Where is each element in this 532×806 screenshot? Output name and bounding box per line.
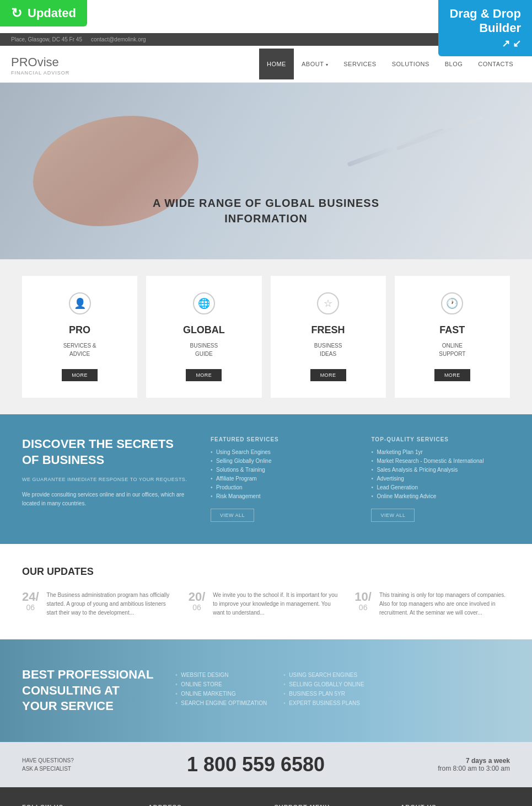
consulting-title: BEST PROFESSIONALCONSULTING ATYOUR SERVI… bbox=[22, 667, 153, 714]
card-global-btn[interactable]: MORE bbox=[186, 369, 222, 381]
update-item-2: 20/ 06 We invite you to the school if. I… bbox=[189, 591, 344, 617]
updated-badge: ↻ Updated bbox=[0, 0, 87, 26]
blue-section: DISCOVER THE SECRETS OF BUSINESS WE GUAR… bbox=[0, 414, 532, 544]
card-pro-title: PRO bbox=[69, 324, 90, 336]
updates-section: OUR UPDATES 24/ 06 The Business administ… bbox=[0, 544, 532, 639]
update-month-3: 06 bbox=[359, 603, 368, 612]
nav-item-services[interactable]: SERVICES bbox=[336, 49, 384, 79]
card-global: 🌐 GLOBAL BUSINESSGUIDE MORE bbox=[146, 276, 261, 398]
update-month-2: 06 bbox=[192, 603, 201, 612]
dnd-arrows: ↗ ↙ bbox=[449, 38, 521, 50]
footer-about: ABOUT US Customer focus Performance Miss… bbox=[400, 804, 510, 806]
update-date-2: 20/ 06 bbox=[189, 591, 206, 617]
card-fresh-icon: ☆ bbox=[317, 292, 339, 314]
update-date-1: 24/ 06 bbox=[22, 591, 39, 617]
card-pro-btn[interactable]: MORE bbox=[62, 369, 98, 381]
card-fast-icon: 🕐 bbox=[441, 292, 463, 314]
blue-featured: FEATURED SERVICES Using Search Engines S… bbox=[211, 436, 350, 522]
logo-text: PROvise bbox=[11, 52, 69, 70]
card-global-sub: BUSINESSGUIDE bbox=[190, 341, 218, 358]
list-item: ONLINE MARKETING bbox=[175, 691, 267, 697]
hero-overlay bbox=[0, 83, 532, 259]
consulting-left: BEST PROFESSIONALCONSULTING ATYOUR SERVI… bbox=[22, 667, 153, 714]
phone-left: HAVE QUESTIONS? ASK A SPECIALIST bbox=[22, 756, 74, 773]
list-item: ONLINE STORE bbox=[175, 681, 267, 687]
ask-specialist: ASK A SPECIALIST bbox=[22, 765, 74, 773]
card-fresh-btn[interactable]: MORE bbox=[310, 369, 346, 381]
list-item: EXPERT BUSINESS PLANS bbox=[283, 700, 364, 706]
phone-section: HAVE QUESTIONS? ASK A SPECIALIST 1 800 5… bbox=[0, 742, 532, 787]
blue-top-quality-title: TOP-QUALITY SERVICES bbox=[371, 436, 510, 442]
update-text-2: We invite you to the school if. It is im… bbox=[213, 591, 343, 617]
list-item: Market Research - Domestic & Internation… bbox=[371, 458, 510, 464]
blue-heading: DISCOVER THE SECRETS OF BUSINESS bbox=[22, 436, 189, 468]
list-item: Production bbox=[211, 484, 350, 490]
footer-about-title: ABOUT US bbox=[400, 804, 510, 806]
phone-right: 7 days a week from 8:00 am to 3:00 am bbox=[438, 757, 510, 772]
hero-title-line2: INFORMATION bbox=[153, 211, 379, 226]
dnd-badge: Drag & Drop Builder ↗ ↙ bbox=[438, 0, 532, 56]
list-item: Using Search Engines bbox=[211, 449, 350, 455]
list-item: Affiliate Program bbox=[211, 476, 350, 482]
topbar-address: Place, Glasgow, DC 45 Fr 45 bbox=[11, 36, 82, 42]
update-date-3: 10/ 06 bbox=[354, 591, 372, 617]
hero-text: A WIDE RANGE OF GLOBAL BUSINESS INFORMAT… bbox=[153, 195, 379, 226]
update-text-3: This training is only for top managers o… bbox=[379, 591, 510, 617]
refresh-icon: ↻ bbox=[11, 6, 22, 21]
dnd-line1: Drag & Drop bbox=[449, 7, 521, 21]
nav-item-solutions[interactable]: SOLUTIONS bbox=[384, 49, 437, 79]
footer-address-title: ADDRESS bbox=[148, 804, 258, 806]
update-day-3: 10/ bbox=[354, 591, 372, 603]
update-month-1: 06 bbox=[26, 603, 35, 612]
top-quality-view-all-btn[interactable]: VIEW ALL bbox=[371, 509, 415, 522]
card-fast-sub: ONLINESUPPORT bbox=[439, 341, 465, 358]
card-fresh: ☆ FRESH BUSINESSIDEAS MORE bbox=[271, 276, 386, 398]
card-global-icon: 🌐 bbox=[193, 292, 215, 314]
blue-featured-list: Using Search Engines Selling Globally On… bbox=[211, 449, 350, 499]
update-day-1: 24/ bbox=[22, 591, 39, 603]
footer-follow-title: FOLLOW US bbox=[22, 804, 132, 806]
logo-subtitle: FINANCIAL ADVISOR bbox=[11, 70, 69, 76]
list-item: Sales Analysis & Pricing Analysis bbox=[371, 467, 510, 473]
card-pro-sub: SERVICES &ADVICE bbox=[63, 341, 96, 358]
list-item: WEBSITE DESIGN bbox=[175, 672, 267, 678]
consulting-lists: WEBSITE DESIGN ONLINE STORE ONLINE MARKE… bbox=[175, 672, 510, 709]
blue-featured-title: FEATURED SERVICES bbox=[211, 436, 350, 442]
have-questions: HAVE QUESTIONS? bbox=[22, 756, 74, 765]
nav-item-about[interactable]: ABOUT ▾ bbox=[294, 49, 336, 79]
list-item: BUSINESS PLAN 5YR bbox=[283, 691, 364, 697]
phone-hours: from 8:00 am to 3:00 am bbox=[438, 765, 510, 772]
list-item: Advertising bbox=[371, 476, 510, 482]
blue-body: We provide consulting services online an… bbox=[22, 490, 189, 508]
updates-title: OUR UPDATES bbox=[22, 566, 510, 578]
list-item: Lead Generation bbox=[371, 484, 510, 490]
list-item: SEARCH ENGINE OPTIMIZATION bbox=[175, 700, 267, 706]
cards-section: 👤 PRO SERVICES &ADVICE MORE 🌐 GLOBAL BUS… bbox=[0, 259, 532, 414]
card-fresh-sub: BUSINESSIDEAS bbox=[314, 341, 342, 358]
footer-follow: FOLLOW US f g+ in 📷 © 2015 Privacy Polic… bbox=[22, 804, 132, 806]
consulting-list-1: WEBSITE DESIGN ONLINE STORE ONLINE MARKE… bbox=[175, 672, 267, 709]
card-global-title: GLOBAL bbox=[183, 324, 225, 336]
card-fresh-title: FRESH bbox=[311, 324, 345, 336]
updates-row: 24/ 06 The Business administration progr… bbox=[22, 591, 510, 617]
blue-top-quality-list: Marketing Plan 1yr Market Research - Dom… bbox=[371, 449, 510, 499]
footer: FOLLOW US f g+ in 📷 © 2015 Privacy Polic… bbox=[0, 787, 532, 806]
footer-support: SUPPORT MENU Lost Password? Forgot our U… bbox=[275, 804, 384, 806]
list-item: Online Marketing Advice bbox=[371, 493, 510, 499]
featured-view-all-btn[interactable]: VIEW ALL bbox=[211, 509, 254, 522]
blue-left: DISCOVER THE SECRETS OF BUSINESS WE GUAR… bbox=[22, 436, 189, 522]
card-fast-btn[interactable]: MORE bbox=[434, 369, 470, 381]
consulting-list-2: USING SEARCH ENGINES SELLING GLOBALLY ON… bbox=[283, 672, 364, 709]
card-pro-icon: 👤 bbox=[69, 292, 91, 314]
phone-number: 1 800 559 6580 bbox=[90, 753, 422, 776]
footer-support-title: SUPPORT MENU bbox=[275, 804, 384, 806]
card-pro: 👤 PRO SERVICES &ADVICE MORE bbox=[22, 276, 137, 398]
list-item: Marketing Plan 1yr bbox=[371, 449, 510, 455]
topbar-email: contact@demolink.org bbox=[91, 36, 146, 42]
blue-top-quality: TOP-QUALITY SERVICES Marketing Plan 1yr … bbox=[371, 436, 510, 522]
list-item: Solutions & Training bbox=[211, 467, 350, 473]
update-day-2: 20/ bbox=[189, 591, 206, 603]
update-item-1: 24/ 06 The Business administration progr… bbox=[22, 591, 178, 617]
logo: PROvise FINANCIAL ADVISOR bbox=[11, 46, 69, 82]
nav-item-home[interactable]: HOME bbox=[259, 49, 294, 79]
